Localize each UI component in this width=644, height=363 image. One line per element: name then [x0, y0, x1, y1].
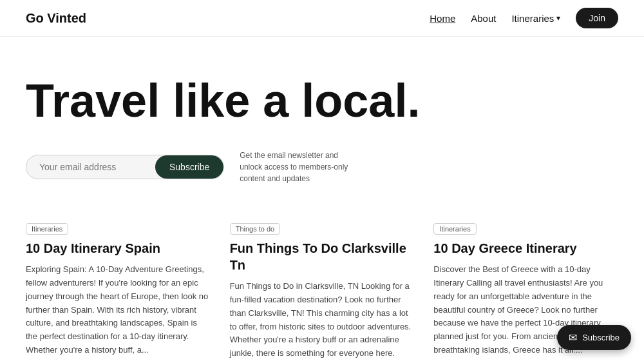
nav-itineraries-dropdown[interactable]: Itineraries ▾ [511, 13, 560, 24]
nav-logo[interactable]: Go Vinted [26, 11, 86, 26]
subscribe-button[interactable]: Subscribe [155, 155, 223, 179]
card-2-title: 10 Day Greece Itinerary [433, 240, 618, 257]
card-1-title: Fun Things To Do Clarksville Tn [230, 240, 415, 273]
card-0-title: 10 Day Itinerary Spain [26, 240, 211, 257]
card-1-badge: Things to do [230, 223, 281, 235]
nav-links: Home About Itineraries ▾ Join [430, 8, 618, 28]
cards-section: Itineraries 10 Day Itinerary Spain Explo… [0, 217, 644, 363]
chevron-down-icon: ▾ [556, 14, 560, 23]
card-0-excerpt: Exploring Spain: A 10-Day Adventure Gree… [26, 263, 211, 357]
subscribe-widget[interactable]: ✉ Subscribe [557, 325, 631, 350]
subscribe-row: Subscribe Get the email newsletter and u… [26, 150, 618, 184]
email-input[interactable] [26, 155, 155, 179]
subscribe-description: Get the email newsletter and unlock acce… [240, 150, 355, 184]
nav-about[interactable]: About [471, 13, 496, 24]
join-button[interactable]: Join [576, 8, 618, 28]
card-1[interactable]: Things to do Fun Things To Do Clarksvill… [230, 223, 415, 363]
hero-section: Travel like a local. Subscribe Get the e… [0, 37, 644, 217]
card-1-excerpt: Fun Things to Do in Clarksville, TN Look… [230, 280, 415, 363]
card-2-badge: Itineraries [433, 223, 476, 235]
subscribe-form: Subscribe [26, 155, 224, 179]
subscribe-widget-label: Subscribe [582, 333, 620, 342]
mail-icon: ✉ [569, 331, 577, 344]
nav-home[interactable]: Home [430, 13, 455, 24]
navbar: Go Vinted Home About Itineraries ▾ Join [0, 0, 644, 37]
cards-grid: Itineraries 10 Day Itinerary Spain Explo… [26, 223, 618, 363]
card-0[interactable]: Itineraries 10 Day Itinerary Spain Explo… [26, 223, 211, 363]
card-0-badge: Itineraries [26, 223, 68, 235]
hero-title: Travel like a local. [26, 75, 477, 126]
nav-itineraries-label[interactable]: Itineraries [511, 13, 554, 24]
